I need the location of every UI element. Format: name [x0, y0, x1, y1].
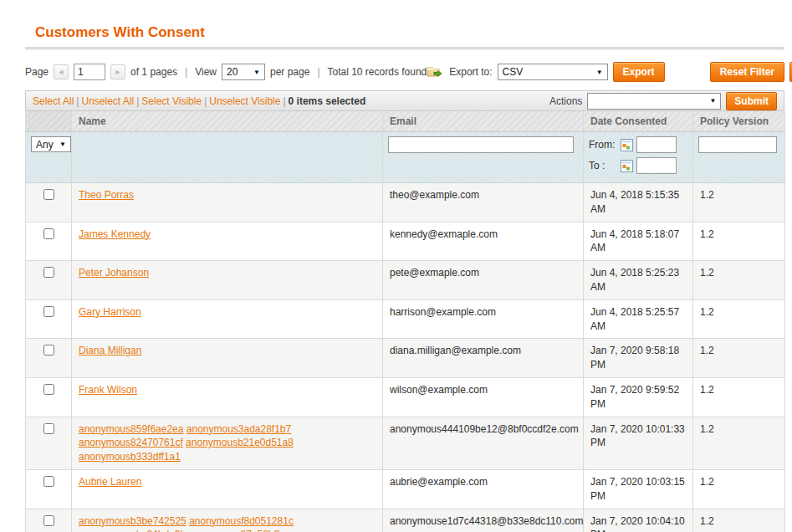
name-cell: Frank Wilson [72, 377, 383, 417]
grid-body: Theo Porras theo@example.com Jun 4, 2018… [26, 183, 785, 532]
row-checkbox[interactable] [43, 267, 54, 278]
total-pages-label: of 1 pages [130, 66, 177, 78]
per-page-select[interactable]: 20 ▼ [222, 64, 265, 80]
separator: | [134, 95, 141, 107]
date-cell: Jan 7, 2020 10:04:10 PM [584, 509, 693, 532]
row-checkbox[interactable] [43, 384, 54, 395]
actions-select[interactable]: ▼ [587, 93, 721, 110]
separator: | [182, 66, 190, 78]
massaction-bar: Select All | Unselect All | Select Visib… [25, 90, 784, 111]
customer-name-link[interactable]: Gary Harrison [79, 306, 141, 318]
calendar-icon[interactable] [621, 139, 633, 151]
customer-name-link[interactable]: Aubrie Lauren [79, 476, 141, 488]
column-header-policy-version[interactable]: Policy Version [693, 111, 785, 132]
customer-name-link[interactable]: anonymousb333dff1a1 [79, 451, 181, 463]
row-checkbox[interactable] [43, 345, 54, 356]
table-row: Peter Johanson pete@exmaple.com Jun 4, 2… [26, 261, 785, 300]
export-button[interactable]: Export [613, 62, 665, 82]
customer-name-link[interactable]: anonymousb21e0d51a8 [186, 437, 294, 448]
total-records-label: Total 10 records found [328, 66, 427, 78]
chevron-down-icon: ▼ [709, 97, 716, 105]
select-all-link[interactable]: Select All [33, 95, 74, 107]
customer-name-link[interactable]: Theo Porras [79, 189, 134, 201]
policy-version-filter-input[interactable] [698, 136, 777, 153]
email-filter-cell [383, 132, 584, 183]
table-row: Theo Porras theo@example.com Jun 4, 2018… [26, 183, 785, 223]
email-cell: wilson@example.com [383, 377, 584, 417]
content-area: Customers With Consent Page ◄ ► of 1 pag… [25, 24, 784, 532]
email-cell: harrison@example.com [383, 299, 584, 339]
row-checkbox-cell [26, 222, 72, 261]
column-header-date-consented[interactable]: Date Consented [584, 111, 693, 132]
any-filter-cell: Any ▼ [26, 132, 72, 183]
export-controls: Export to: CSV ▼ Export Reset Filter Sea… [427, 62, 792, 82]
email-cell: theo@example.com [383, 183, 584, 223]
consent-grid: Name Email Date Consented Policy Version… [25, 111, 785, 532]
date-to-input[interactable] [636, 157, 677, 174]
customer-name-link[interactable]: Frank Wilson [79, 384, 137, 396]
customer-name-link[interactable]: anonymousabc24bde9b [79, 529, 186, 532]
reset-filter-button[interactable]: Reset Filter [710, 62, 784, 82]
separator: | [314, 66, 322, 78]
row-checkbox[interactable] [43, 228, 54, 239]
policy-cell: 1.2 [693, 339, 785, 378]
name-cell: Aubrie Lauren [72, 469, 383, 509]
customer-name-link[interactable]: anonymous859f6ae2ea [79, 423, 183, 435]
table-row: Diana Milligan diana.milligan@example.co… [26, 339, 785, 378]
column-header-email[interactable]: Email [383, 111, 584, 132]
page-title: Customers With Consent [35, 24, 784, 41]
table-row: Gary Harrison harrison@example.com Jun 4… [26, 299, 785, 339]
select-visible-link[interactable]: Select Visible [141, 95, 202, 107]
date-cell: Jan 7, 2020 9:59:52 PM [584, 377, 693, 417]
view-label: View [195, 66, 217, 78]
policy-cell: 1.2 [693, 183, 785, 223]
row-checkbox[interactable] [43, 423, 54, 434]
next-page-button[interactable]: ► [110, 64, 125, 79]
customer-name-link[interactable]: anonymousf8d051281c [189, 515, 294, 527]
date-cell: Jun 4, 2018 5:18:07 AM [584, 222, 693, 261]
customer-name-link[interactable]: anonymous87a58bffac [188, 529, 289, 532]
any-select[interactable]: Any ▼ [31, 136, 71, 152]
actions-controls: Actions ▼ Submit [549, 92, 777, 110]
submit-button[interactable]: Submit [726, 92, 777, 110]
row-checkbox[interactable] [43, 306, 54, 317]
next-page-icon: ► [115, 68, 122, 76]
date-from-input[interactable] [636, 136, 677, 153]
unselect-visible-link[interactable]: Unselect Visible [209, 95, 280, 107]
row-checkbox[interactable] [43, 515, 54, 526]
email-filter-input[interactable] [388, 136, 574, 153]
calendar-icon[interactable] [621, 160, 633, 172]
export-format-select[interactable]: CSV ▼ [498, 64, 608, 80]
chevron-down-icon: ▼ [59, 141, 66, 148]
customer-name-link[interactable]: anonymous82470761cf [79, 437, 183, 448]
column-header-name[interactable]: Name [72, 111, 383, 132]
chevron-down-icon: ▼ [253, 69, 260, 76]
customer-name-link[interactable]: anonymous3ada28f1b7 [187, 423, 291, 435]
page-number-input[interactable] [74, 64, 105, 80]
unselect-all-link[interactable]: Unselect All [81, 95, 134, 107]
per-page-label: per page [270, 66, 309, 78]
name-cell: anonymous859f6ae2ea anonymous3ada28f1b7 … [72, 417, 383, 469]
customer-name-link[interactable]: James Kennedy [79, 228, 151, 240]
page-label: Page [25, 66, 49, 78]
row-checkbox-cell [26, 417, 72, 469]
from-label: From: [589, 139, 617, 151]
row-checkbox[interactable] [43, 189, 54, 200]
table-row: James Kennedy kennedy@exmaple.com Jun 4,… [26, 222, 785, 261]
table-row: anonymousb3be742525 anonymousf8d051281c … [26, 509, 785, 532]
customer-name-link[interactable]: Diana Milligan [79, 345, 141, 356]
grid-filter-row: Any ▼ From: [26, 132, 785, 183]
name-cell: Peter Johanson [72, 261, 383, 300]
row-checkbox[interactable] [43, 476, 54, 487]
policy-cell: 1.2 [693, 509, 785, 532]
name-cell: Gary Harrison [72, 299, 383, 339]
previous-page-button[interactable]: ◄ [54, 64, 69, 79]
export-to-label: Export to: [449, 66, 492, 78]
name-cell: James Kennedy [72, 222, 383, 261]
customer-name-link[interactable]: Peter Johanson [79, 267, 149, 279]
table-row: anonymous859f6ae2ea anonymous3ada28f1b7 … [26, 417, 785, 469]
email-cell: diana.milligan@example.com [383, 339, 584, 378]
row-checkbox-cell [26, 469, 72, 509]
customer-name-link[interactable]: anonymousb3be742525 [79, 515, 187, 527]
chevron-down-icon: ▼ [596, 69, 603, 76]
